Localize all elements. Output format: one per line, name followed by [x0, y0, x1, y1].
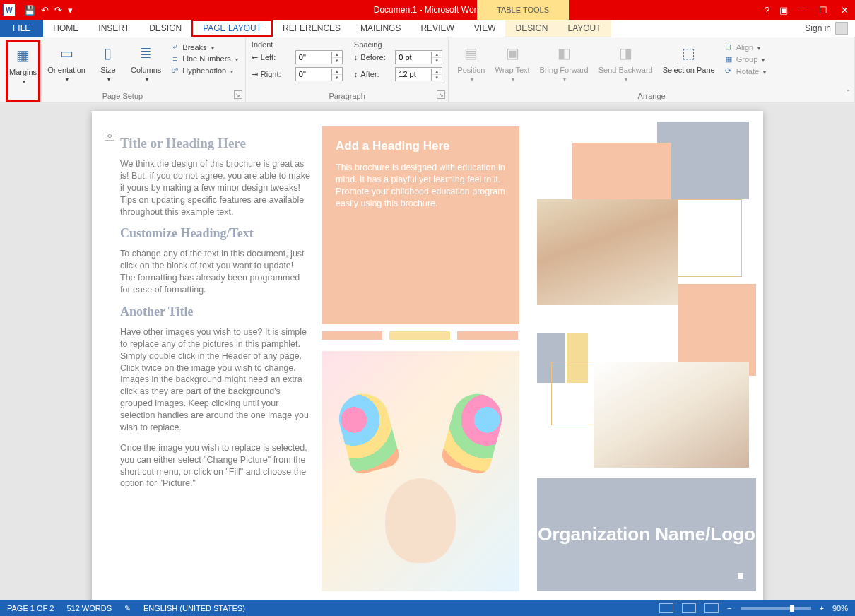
avatar-icon: [835, 22, 848, 35]
margins-label: Margins: [9, 68, 37, 76]
tab-insert[interactable]: INSERT: [88, 20, 139, 37]
paragraph-dialog-launcher[interactable]: ↘: [437, 90, 445, 99]
line-numbers-button[interactable]: ≡Line Numbers: [168, 54, 239, 64]
size-label: Size: [100, 66, 115, 74]
spacing-after-icon: ↕: [354, 70, 358, 78]
breaks-label: Breaks: [182, 43, 206, 52]
minimize-icon[interactable]: —: [791, 0, 813, 20]
sign-in[interactable]: Sign in: [798, 20, 855, 37]
spacing-before-icon: ↕: [354, 53, 358, 61]
group-icon: ▦: [724, 54, 733, 64]
columns-icon: ≣: [135, 42, 158, 64]
rotate-icon: ⟳: [724, 66, 733, 76]
bring-forward-icon: ◧: [553, 42, 575, 64]
group-arrange: ▤Position ▣Wrap Text ◧Bring Forward ◨Sen…: [449, 37, 855, 102]
doc-paragraph-3[interactable]: Have other images you wish to use? It is…: [120, 326, 311, 434]
table-move-handle-icon[interactable]: ✥: [105, 131, 114, 141]
hyphenation-label: Hyphenation: [182, 66, 226, 75]
align-icon: ⊟: [724, 42, 733, 52]
maximize-icon[interactable]: ☐: [813, 0, 834, 20]
word-app-icon: W: [3, 4, 16, 16]
doc-paragraph-4[interactable]: Once the image you wish to replace is se…: [120, 442, 311, 490]
left-text-column[interactable]: Title or Heading Here We think the desig…: [120, 136, 311, 498]
zoom-level[interactable]: 90%: [832, 604, 848, 612]
align-button[interactable]: ⊟Align: [722, 42, 767, 52]
align-label: Align: [736, 43, 753, 52]
status-words[interactable]: 512 WORDS: [66, 604, 112, 612]
orange-paragraph[interactable]: This brochure is designed with education…: [336, 162, 505, 210]
send-backward-icon: ◨: [614, 42, 637, 64]
line-numbers-label: Line Numbers: [182, 54, 230, 63]
position-icon: ▤: [460, 42, 483, 64]
send-backward-label: Send Backward: [598, 66, 653, 74]
margins-icon: ▦: [12, 44, 35, 66]
page-setup-dialog-launcher[interactable]: ↘: [234, 90, 242, 99]
organization-box[interactable]: Organization Name/Logo: [537, 478, 756, 591]
tab-references[interactable]: REFERENCES: [273, 20, 350, 37]
page[interactable]: ✥ Title or Heading Here We think the des…: [92, 111, 763, 600]
ribbon: ▦ Margins ▭ Orientation ▯ Size ≣ Columns…: [0, 37, 855, 102]
tab-table-design[interactable]: DESIGN: [505, 20, 558, 37]
tab-view[interactable]: VIEW: [464, 20, 506, 37]
right-art-collage[interactable]: [530, 122, 756, 475]
document-area[interactable]: ✥ Title or Heading Here We think the des…: [0, 102, 855, 600]
qat-customize-icon[interactable]: ▾: [68, 5, 73, 16]
doc-heading-3[interactable]: Another Title: [120, 304, 311, 319]
read-mode-icon[interactable]: [659, 603, 673, 613]
tab-mailings[interactable]: MAILINGS: [350, 20, 411, 37]
zoom-in-icon[interactable]: +: [820, 604, 824, 612]
indent-left-label: Left:: [261, 53, 293, 61]
ribbon-display-icon[interactable]: ▣: [779, 5, 788, 16]
undo-icon[interactable]: ↶: [41, 5, 49, 16]
tab-page-layout[interactable]: PAGE LAYOUT: [191, 20, 273, 37]
status-page[interactable]: PAGE 1 OF 2: [7, 604, 54, 612]
hyphenation-button[interactable]: bᵃHyphenation: [168, 65, 239, 76]
collapse-ribbon-icon[interactable]: ˆ: [847, 90, 849, 97]
doc-heading-2[interactable]: Customize Heading/Text: [120, 226, 311, 241]
child-image[interactable]: [322, 351, 519, 591]
doc-paragraph-1[interactable]: We think the design of this brochure is …: [120, 158, 311, 218]
tab-file[interactable]: FILE: [0, 20, 43, 37]
decorative-bars: [322, 331, 518, 340]
ribbon-tabs: FILE HOME INSERT DESIGN PAGE LAYOUT REFE…: [0, 20, 855, 37]
wrap-text-label: Wrap Text: [495, 66, 529, 74]
tab-review[interactable]: REVIEW: [411, 20, 464, 37]
organization-text[interactable]: Organization Name/Logo: [538, 523, 755, 545]
zoom-slider[interactable]: [741, 607, 811, 610]
breaks-button[interactable]: ⤶Breaks: [168, 42, 239, 52]
group-paragraph: Indent ⇤ Left: ▲▼ ⇥ Right: ▲▼ Spacing ↕ …: [246, 37, 449, 102]
indent-right-label: Right:: [261, 70, 293, 78]
group-button[interactable]: ▦Group: [722, 54, 767, 64]
orange-text-box[interactable]: Add a Heading Here This brochure is desi…: [322, 126, 519, 324]
proofing-icon[interactable]: ✎: [124, 604, 131, 613]
columns-label: Columns: [131, 66, 161, 74]
help-icon[interactable]: ?: [765, 5, 770, 16]
tab-table-layout[interactable]: LAYOUT: [558, 20, 611, 37]
spacing-heading: Spacing: [354, 40, 443, 49]
indent-right-input[interactable]: ▲▼: [295, 67, 343, 81]
orientation-icon: ▭: [55, 42, 78, 64]
photo-drawing[interactable]: [594, 362, 749, 468]
text-cursor-icon: [738, 573, 743, 579]
spacing-after-input[interactable]: ▲▼: [395, 67, 442, 81]
print-layout-icon[interactable]: [682, 603, 696, 613]
tab-home[interactable]: HOME: [43, 20, 88, 37]
doc-heading-1[interactable]: Title or Heading Here: [120, 136, 311, 151]
tab-design[interactable]: DESIGN: [139, 20, 191, 37]
rotate-button[interactable]: ⟳Rotate: [722, 66, 767, 76]
status-language[interactable]: ENGLISH (UNITED STATES): [143, 604, 245, 612]
spacing-before-input[interactable]: ▲▼: [395, 50, 442, 64]
indent-left-input[interactable]: ▲▼: [295, 50, 343, 64]
group-label-paragraph: Paragraph: [246, 92, 449, 100]
photo-crayons[interactable]: [537, 199, 678, 305]
close-icon[interactable]: ✕: [834, 0, 855, 20]
web-layout-icon[interactable]: [704, 603, 719, 613]
group-obj-label: Group: [736, 55, 758, 64]
orientation-label: Orientation: [47, 66, 86, 74]
orange-heading[interactable]: Add a Heading Here: [336, 139, 505, 153]
zoom-out-icon[interactable]: −: [727, 604, 731, 612]
doc-paragraph-2[interactable]: To change any of the text in this docume…: [120, 248, 311, 296]
save-icon[interactable]: 💾: [24, 5, 35, 16]
status-bar: PAGE 1 OF 2 512 WORDS ✎ ENGLISH (UNITED …: [0, 600, 855, 616]
redo-icon[interactable]: ↷: [54, 5, 62, 16]
